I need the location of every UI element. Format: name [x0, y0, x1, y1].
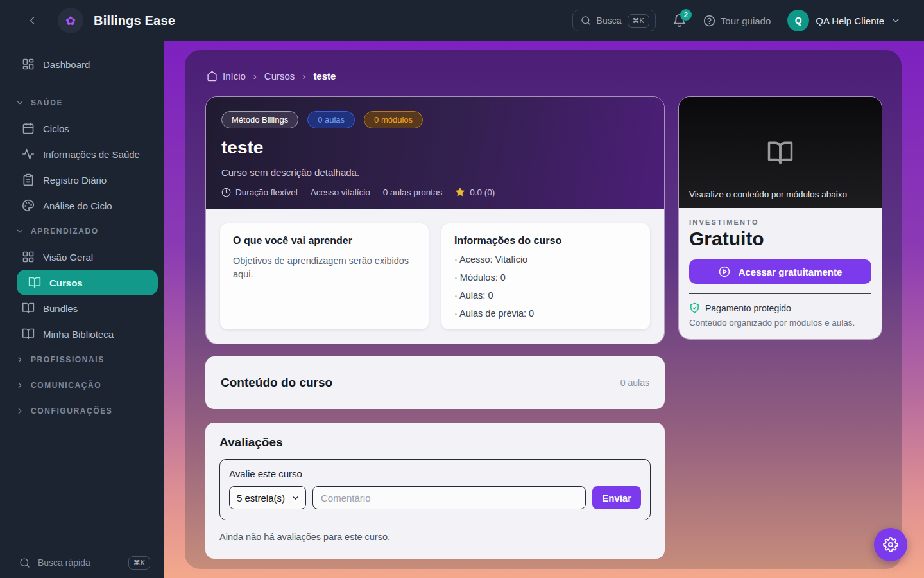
top-header: ✿ Billings Ease Busca ⌘K 2 Tour guiado Q…: [0, 0, 924, 41]
notifications-button[interactable]: 2: [672, 13, 687, 28]
chevron-right-icon: [15, 407, 24, 416]
sidebar-item-label: Minha Biblioteca: [43, 329, 114, 340]
breadcrumb-separator: ›: [253, 71, 257, 82]
sidebar-section-saude[interactable]: SAÚDE: [0, 90, 164, 116]
activity-icon: [22, 148, 35, 161]
course-info-box: Informações do curso Acesso: Vitalício M…: [441, 223, 650, 329]
course-rating: 0.0 (0): [470, 188, 495, 197]
breadcrumb-cursos[interactable]: Cursos: [264, 71, 295, 82]
calendar-icon: [22, 122, 35, 135]
breadcrumb-home[interactable]: Início: [207, 71, 246, 82]
chevron-right-icon: [15, 355, 24, 364]
app-logo: ✿: [58, 8, 83, 33]
breadcrumb: Início › Cursos › teste: [207, 71, 336, 82]
sidebar-item-cursos[interactable]: Cursos: [17, 270, 158, 295]
sidebar-item-visao-geral[interactable]: Visão Geral: [0, 244, 164, 270]
shield-check-icon: [689, 302, 700, 313]
sidebar-item-informacoes-de-saude[interactable]: Informações de Saúde: [0, 141, 164, 167]
search-icon: [19, 557, 30, 568]
settings-fab[interactable]: [874, 528, 907, 561]
search-shortcut-badge: ⌘K: [628, 14, 649, 28]
search-icon: [581, 15, 591, 26]
divider: [689, 293, 871, 294]
sidebar-collapse-button[interactable]: [26, 14, 38, 27]
book-open-icon: [28, 276, 41, 289]
flower-logo-icon: ✿: [65, 15, 76, 27]
course-description: Curso sem descrição detalhada.: [221, 167, 649, 178]
quick-search-button[interactable]: Busca rápida ⌘K: [0, 547, 164, 578]
user-menu[interactable]: Q QA Help Cliente: [787, 10, 901, 31]
book-open-icon: [22, 328, 35, 340]
tour-guide-button[interactable]: Tour guiado: [703, 15, 771, 27]
quick-search-shortcut-badge: ⌘K: [128, 556, 150, 570]
rating-select[interactable]: 5 estrela(s): [229, 486, 306, 509]
comment-input[interactable]: [312, 486, 586, 509]
tour-guide-label: Tour guiado: [721, 15, 771, 26]
chevron-down-icon: [15, 98, 24, 107]
badge-aulas-count: 0 aulas: [307, 111, 355, 128]
sidebar-section-comunicacao[interactable]: COMUNICAÇÃO: [0, 372, 164, 398]
organization-note: Conteúdo organizado por módulos e aulas.: [689, 318, 871, 328]
home-icon: [207, 71, 218, 82]
rating-select-value: 5 estrela(s): [237, 493, 285, 504]
sidebar-section-label: SAÚDE: [31, 98, 63, 107]
sidebar-item-analise-do-ciclo[interactable]: Análise do Ciclo: [0, 193, 164, 218]
header-search[interactable]: Busca ⌘K: [572, 10, 656, 31]
sidebar-item-label: Bundles: [43, 303, 78, 314]
badge-modulos-count: 0 módulos: [364, 111, 423, 128]
star-icon: [455, 187, 465, 197]
reviews-title: Avaliações: [219, 435, 651, 450]
grid-icon: [22, 250, 35, 263]
course-lessons-ready: 0 aulas prontas: [383, 188, 442, 197]
book-open-icon: [766, 139, 795, 166]
avatar: Q: [787, 10, 809, 31]
learn-box-body: Objetivos de aprendizagem serão exibidos…: [233, 254, 416, 281]
submit-review-button[interactable]: Enviar: [592, 486, 641, 509]
clipboard-list-icon: [22, 173, 35, 186]
course-access: Acesso vitalício: [311, 188, 370, 197]
course-info-item: Aulas de prévia: 0: [454, 308, 637, 319]
app-title: Billings Ease: [94, 13, 175, 28]
chevron-down-icon: [891, 15, 901, 26]
course-info-title: Informações do curso: [454, 235, 637, 247]
chevron-right-icon: [15, 381, 24, 390]
chevron-down-icon: [291, 494, 300, 502]
quick-search-label: Busca rápida: [38, 557, 121, 568]
sidebar-item-bundles[interactable]: Bundles: [0, 295, 164, 321]
sidebar-item-dashboard[interactable]: Dashboard: [0, 51, 164, 77]
sidebar: Dashboard SAÚDE Ciclos Informações de Sa…: [0, 41, 164, 578]
palette-icon: [22, 199, 35, 212]
main-content-area: Início › Cursos › teste Método Billings …: [164, 41, 924, 578]
course-card-header: Método Billings 0 aulas 0 módulos teste …: [206, 97, 664, 209]
learn-box-title: O que você vai aprender: [233, 235, 416, 247]
course-duration: Duração flexível: [235, 188, 298, 197]
sidebar-item-ciclos[interactable]: Ciclos: [0, 116, 164, 141]
investment-label: INVESTIMENTO: [689, 218, 871, 226]
notification-count-badge: 2: [680, 9, 692, 21]
book-open-icon: [22, 302, 35, 315]
sidebar-item-minha-biblioteca[interactable]: Minha Biblioteca: [0, 321, 164, 347]
sidebar-item-registro-diario[interactable]: Registro Diário: [0, 167, 164, 193]
sidebar-item-label: Dashboard: [43, 59, 90, 70]
chevron-down-icon: [15, 227, 24, 236]
review-form-label: Avalie este curso: [229, 468, 641, 479]
sidebar-section-aprendizado[interactable]: APRENDIZADO: [0, 218, 164, 244]
sidebar-section-configuracoes[interactable]: CONFIGURAÇÕES: [0, 398, 164, 424]
play-circle-icon: [719, 266, 730, 277]
breadcrumb-home-label: Início: [223, 71, 246, 82]
breadcrumb-cursos-label: Cursos: [264, 71, 295, 82]
badge-metodo-billings: Método Billings: [221, 111, 298, 128]
purchase-card: Visualize o conteúdo por módulos abaixo …: [678, 96, 882, 340]
course-info-item: Acesso: Vitalício: [454, 254, 637, 265]
sidebar-section-profissionais[interactable]: PROFISSIONAIS: [0, 347, 164, 372]
secure-payment-label: Pagamento protegido: [705, 303, 791, 313]
course-info-item: Módulos: 0: [454, 272, 637, 283]
course-card: Método Billings 0 aulas 0 módulos teste …: [205, 96, 665, 344]
preview-caption: Visualize o conteúdo por módulos abaixo: [689, 189, 847, 199]
course-card-body: O que você vai aprender Objetivos de apr…: [206, 209, 664, 344]
help-circle-icon: [703, 15, 715, 27]
reviews-card: Avaliações Avalie este curso 5 estrela(s…: [205, 423, 665, 559]
access-free-button[interactable]: Acessar gratuitamente: [689, 259, 871, 284]
sidebar-section-label: COMUNICAÇÃO: [31, 381, 101, 390]
access-free-label: Acessar gratuitamente: [739, 267, 843, 277]
